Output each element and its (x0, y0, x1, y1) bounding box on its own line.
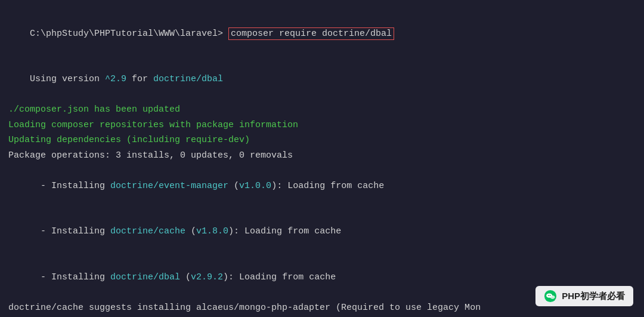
svg-point-4 (550, 296, 555, 299)
prompt: C:\phpStudy\PHPTutorial\WWW\laravel> (30, 29, 228, 39)
watermark: PHP初学者必看 (535, 286, 633, 306)
paren-close-3: ): Loading from cache (223, 272, 336, 282)
svg-point-5 (552, 297, 552, 297)
terminal-line-3: ./composer.json has been updated (8, 102, 636, 118)
ver-cache: v1.8.0 (196, 226, 228, 236)
terminal-line-4: Loading composer repositories with packa… (8, 118, 636, 133)
paren-open-3: ( (180, 272, 191, 282)
terminal-line-7: - Installing doctrine/event-manager (v1.… (8, 163, 636, 209)
command-highlight: composer require doctrine/dbal (228, 27, 394, 40)
pkg-event-manager: doctrine/event-manager (110, 181, 228, 191)
pkg-cache: doctrine/cache (110, 226, 185, 236)
terminal-line-1: C:\phpStudy\PHPTutorial\WWW\laravel> com… (8, 11, 636, 57)
terminal-line-5: Updating dependencies (including require… (8, 133, 636, 148)
text-for: for (126, 74, 153, 84)
package-name: doctrine/dbal (153, 74, 223, 84)
paren-open-2: ( (185, 226, 196, 236)
paren-close-1: ): Loading from cache (271, 181, 384, 191)
wechat-icon (544, 290, 557, 303)
version-number: ^2.9 (105, 74, 126, 84)
terminal-line-6: Package operations: 3 installs, 0 update… (8, 148, 636, 164)
svg-point-3 (550, 295, 551, 296)
watermark-text: PHP初学者必看 (562, 291, 625, 302)
install-text-2: - Installing (30, 226, 110, 236)
svg-point-6 (553, 297, 553, 297)
text-using: Using version (30, 74, 105, 84)
ver-event-manager: v1.0.0 (239, 181, 271, 191)
install-text-3: - Installing (30, 272, 110, 282)
pkg-dbal: doctrine/dbal (110, 272, 180, 282)
paren-close-2: ): Loading from cache (228, 226, 341, 236)
paren-open-1: ( (228, 181, 239, 191)
terminal-line-8: - Installing doctrine/cache (v1.8.0): Lo… (8, 209, 636, 255)
terminal-line-2: Using version ^2.9 for doctrine/dbal (8, 57, 636, 103)
terminal-window: C:\phpStudy\PHPTutorial\WWW\laravel> com… (0, 0, 644, 317)
ver-dbal: v2.9.2 (191, 272, 223, 282)
svg-point-2 (548, 295, 549, 296)
install-text-1: - Installing (30, 181, 110, 191)
